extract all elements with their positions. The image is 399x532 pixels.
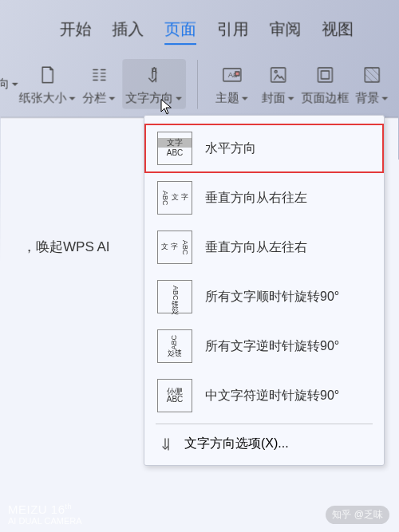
- svg-rect-7: [321, 71, 329, 79]
- cover-button[interactable]: 封面: [255, 62, 302, 106]
- tab-insert[interactable]: 插入: [112, 18, 144, 45]
- thumb-horizontal-icon: 文字ABC: [157, 132, 192, 165]
- svg-rect-3: [235, 72, 239, 76]
- columns-icon: [89, 62, 109, 88]
- page-border-icon: [314, 62, 335, 88]
- tab-start[interactable]: 开始: [60, 18, 92, 45]
- paper-size-icon: [38, 62, 58, 88]
- menu-item-horizontal[interactable]: 文字ABC 水平方向: [144, 124, 384, 173]
- paper-size-button[interactable]: 纸张大小: [19, 62, 77, 106]
- thumb-cw90-icon: ABC 彣鿏: [157, 280, 192, 313]
- source-watermark: 知乎 @乏味: [326, 506, 389, 524]
- tab-review[interactable]: 审阅: [270, 18, 302, 45]
- thumb-ccw90-icon: ABC 彣鿏: [157, 329, 192, 363]
- menu-item-vertical-rtl[interactable]: ABC 文 字 垂直方向从右往左: [144, 173, 384, 223]
- text-direction-small-icon: [159, 437, 175, 451]
- cover-icon: [268, 62, 289, 88]
- text-direction-button[interactable]: A 文字方向: [122, 59, 186, 109]
- theme-icon: Aa: [221, 62, 243, 88]
- svg-rect-6: [318, 68, 332, 82]
- ribbon-separator: [197, 60, 198, 109]
- page-border-button[interactable]: 页面边框: [302, 62, 350, 106]
- background-button[interactable]: 背景: [349, 62, 395, 106]
- columns-button[interactable]: 分栏: [76, 62, 122, 106]
- tab-ref[interactable]: 引用: [217, 18, 249, 45]
- phone-watermark: MEIZU 16th AI DUAL CAMERA: [8, 502, 82, 526]
- menu-item-rotate-cw90[interactable]: ABC 彣鿏 所有文字顺时针旋转90°: [144, 272, 384, 321]
- menu-item-cn-ccw90[interactable]: 仦俷 ABC 中文字符逆时针旋转90°: [144, 371, 384, 420]
- svg-text:A: A: [152, 65, 158, 75]
- svg-rect-4: [271, 68, 286, 82]
- menu-divider: [156, 424, 373, 424]
- ribbon-tabs: 开始 插入 页面 引用 审阅 视图: [1, 2, 398, 48]
- tab-page[interactable]: 页面: [164, 18, 196, 45]
- svg-point-5: [275, 70, 277, 73]
- orientation-button-partial[interactable]: 向: [0, 77, 19, 92]
- thumb-vert-rtl-icon: ABC 文 字: [157, 181, 192, 215]
- menu-item-options[interactable]: 文字方向选项(X)...: [144, 428, 384, 460]
- menu-item-vertical-ltr[interactable]: 文 字 ABC 垂直方向从左往右: [144, 223, 384, 272]
- menu-item-rotate-ccw90[interactable]: ABC 彣鿏 所有文字逆时针旋转90°: [144, 321, 384, 371]
- thumb-cn-ccw90-icon: 仦俷 ABC: [157, 379, 192, 412]
- tab-view[interactable]: 视图: [322, 18, 354, 45]
- ribbon: 向 纸张大小 分栏 A 文字方向 Aa 主题: [1, 48, 399, 117]
- background-icon: [361, 62, 382, 88]
- text-direction-icon: A: [144, 62, 164, 88]
- theme-button[interactable]: Aa 主题: [209, 62, 255, 106]
- text-direction-menu: 文字ABC 水平方向 ABC 文 字 垂直方向从右往左 文 字 ABC 垂直方向…: [144, 115, 385, 466]
- thumb-vert-ltr-icon: 文 字 ABC: [157, 231, 192, 264]
